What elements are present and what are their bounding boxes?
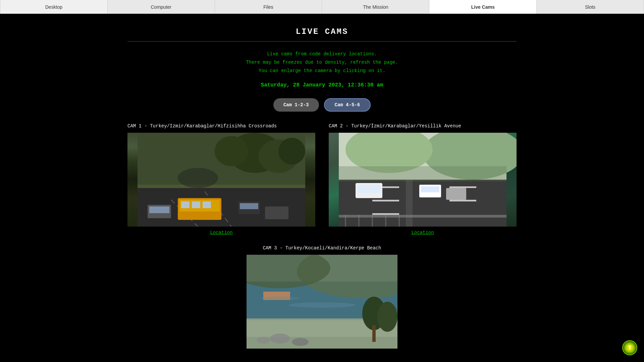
cam3-svg: [247, 255, 397, 349]
cam1-container: CAM 1 - Turkey/Izmir/Karabaglar/Hifzisih…: [127, 123, 315, 235]
cam1-svg: [127, 133, 315, 227]
cam2-container: CAM 2 - Turkey/İzmir/Karabaglar/Yesillik…: [329, 123, 517, 235]
cam-row-1: CAM 1 - Turkey/Izmir/Karabaglar/Hifzisih…: [127, 123, 517, 235]
svg-point-4: [278, 138, 305, 165]
svg-rect-35: [339, 215, 506, 218]
main-content: LIVE CAMS Live cams from code delivery l…: [121, 14, 523, 362]
cam3-image[interactable]: [247, 255, 397, 349]
svg-point-56: [288, 302, 356, 308]
nav-the-mission[interactable]: The Mission: [322, 0, 429, 14]
cam2-svg: [329, 133, 517, 227]
divider: [127, 41, 517, 42]
svg-point-54: [257, 337, 270, 344]
svg-rect-51: [372, 325, 376, 342]
description: Live cams from code delivery locations. …: [127, 50, 517, 75]
cam2-location-link[interactable]: Location: [329, 230, 517, 235]
nav-computer[interactable]: Computer: [108, 0, 215, 14]
svg-rect-34: [446, 188, 466, 200]
svg-rect-41: [339, 166, 506, 181]
cam-123-button[interactable]: Cam 1-2-3: [273, 98, 319, 112]
nav-desktop[interactable]: Desktop: [0, 0, 108, 14]
cam1-image[interactable]: [127, 133, 315, 227]
svg-rect-18: [138, 185, 305, 188]
datetime-display: Saturday, 28 January 2023, 12:36:30 am: [127, 82, 517, 88]
nav-live-cams[interactable]: Live Cams: [429, 0, 537, 14]
cam-row-2: CAM 3 - Turkey/Kocaeli/Kandira/Kerpe Bea…: [127, 245, 517, 350]
nav-slots[interactable]: Slots: [537, 0, 644, 14]
svg-point-52: [270, 334, 290, 344]
svg-point-57: [260, 297, 300, 300]
svg-rect-10: [181, 201, 190, 208]
svg-rect-28: [449, 186, 476, 188]
cam-456-button[interactable]: Cam 4-5-6: [324, 98, 371, 112]
svg-rect-29: [449, 200, 476, 201]
svg-rect-24: [406, 180, 413, 227]
svg-point-19: [178, 168, 218, 188]
cam3-label: CAM 3 - Turkey/Kocaeli/Kandira/Kerpe Bea…: [127, 245, 517, 251]
svg-rect-26: [372, 200, 399, 201]
nav-files[interactable]: Files: [215, 0, 322, 14]
description-line2: There may be freezes due to density, ref…: [127, 58, 517, 67]
svg-rect-16: [240, 203, 258, 209]
navigation: Desktop Computer Files The Mission Live …: [0, 0, 644, 14]
svg-point-50: [377, 302, 397, 332]
svg-rect-11: [192, 201, 200, 208]
logo-text: T: [628, 345, 632, 351]
cam2-label: CAM 2 - Turkey/İzmir/Karabaglar/Yesillik…: [329, 123, 517, 129]
svg-rect-31: [357, 185, 381, 193]
cam1-location-link[interactable]: Location: [127, 230, 315, 235]
cam1-label: CAM 1 - Turkey/Izmir/Karabaglar/Hifzisih…: [127, 123, 315, 129]
svg-rect-17: [265, 206, 288, 219]
logo-badge[interactable]: T: [622, 340, 637, 355]
description-line1: Live cams from code delivery locations.: [127, 50, 517, 58]
page-title: LIVE CAMS: [127, 27, 517, 36]
svg-point-3: [215, 136, 248, 166]
cam-group-buttons: Cam 1-2-3 Cam 4-5-6: [127, 98, 517, 112]
svg-rect-33: [421, 186, 439, 192]
svg-point-53: [292, 338, 309, 346]
svg-rect-14: [149, 206, 169, 213]
cam3-container: [247, 255, 397, 349]
svg-rect-27: [372, 213, 399, 215]
cam2-image[interactable]: [329, 133, 517, 227]
svg-rect-12: [203, 201, 211, 208]
description-line3: You can enlarge the camera by clicking o…: [127, 67, 517, 75]
